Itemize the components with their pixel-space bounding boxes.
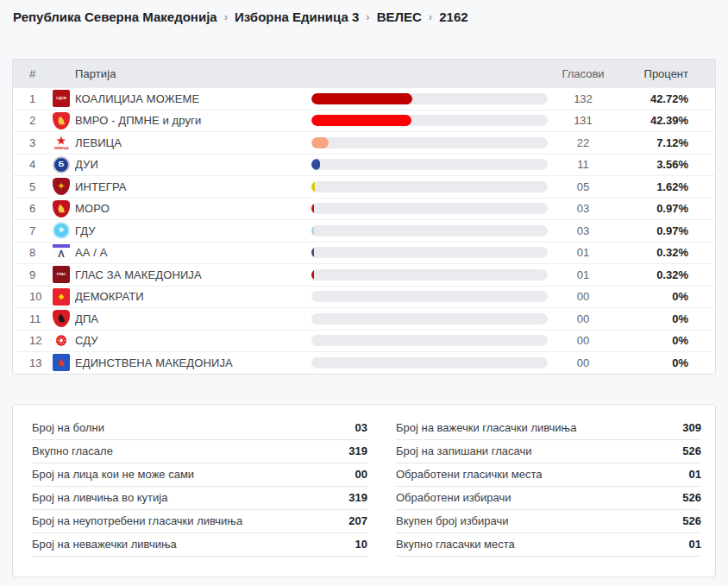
- party-name: ВМРО - ДПМНЕ и други: [75, 114, 311, 127]
- stat-value: 10: [355, 538, 367, 551]
- stat-row: Вкупно гласачки места 01: [396, 533, 701, 557]
- party-rank: 12: [13, 334, 53, 347]
- party-name: ДЕМОКРАТИ: [75, 290, 311, 303]
- party-logo-icon: СДСМ: [53, 90, 70, 107]
- party-name: ИНТЕГРА: [75, 180, 311, 193]
- vote-share-bar-fill: [311, 247, 314, 258]
- party-votes: 00: [548, 356, 618, 369]
- party-percent: 42.72%: [618, 92, 715, 105]
- party-rank: 5: [13, 180, 53, 193]
- party-rank: 11: [13, 312, 53, 325]
- ballot-statistics-card: Број на болни 03 Вкупно гласале 319 Број…: [12, 404, 716, 577]
- logo-glyph: ◆: [59, 293, 64, 300]
- party-logo-icon: ❂: [53, 332, 70, 350]
- stat-value: 309: [682, 421, 701, 434]
- stat-label: Обработени гласички места: [396, 468, 543, 481]
- party-result-row: 12 ❂ СДУ 00 0%: [13, 330, 715, 352]
- stat-row: Број на важечки гласачки ливчиња 309: [396, 417, 701, 440]
- table-header-row: # Партија Гласови Процент: [13, 60, 715, 87]
- party-percent: 0%: [618, 356, 715, 369]
- stat-row: Обработени избирачи 526: [396, 487, 701, 510]
- stat-label: Обработени избирачи: [396, 491, 511, 504]
- party-result-row: 5 ✦ ИНТЕГРА 05 1.62%: [13, 175, 715, 198]
- party-rank: 4: [13, 158, 53, 171]
- vote-share-bar-fill: [311, 137, 329, 148]
- stat-row: Број на болни 03: [32, 417, 367, 440]
- vote-share-bar-track: [311, 269, 548, 280]
- party-rank: 2: [13, 114, 53, 127]
- breadcrumb: Република Северна Македонија›Изборна Еди…: [13, 9, 468, 24]
- vote-share-bar-track: [311, 357, 548, 369]
- party-logo-icon: Б: [53, 156, 70, 173]
- party-rank: 10: [13, 290, 53, 303]
- party-logo-icon: Λ: [53, 244, 70, 261]
- party-percent: 3.56%: [618, 158, 715, 171]
- logo-glyph: ♞: [57, 116, 66, 126]
- vote-share-bar-track: [311, 335, 548, 346]
- stat-value: 319: [348, 491, 367, 504]
- party-votes: 00: [548, 290, 618, 303]
- stat-label: Број на неупотребени гласачки ливчиња: [32, 514, 242, 527]
- logo-glyph: Λ: [58, 249, 64, 259]
- stat-label: Број на лица кои не може сами: [32, 468, 194, 481]
- party-logo-icon: ★ЛЕВИЦА: [53, 134, 70, 151]
- stat-row: Број на запишани гласачи 526: [396, 440, 701, 463]
- breadcrumb-link-0[interactable]: Република Северна Македонија: [13, 9, 217, 24]
- stat-row: Број на неупотребени гласачки ливчиња 20…: [32, 510, 367, 533]
- header-rank: #: [13, 67, 53, 80]
- party-rank: 13: [13, 356, 53, 369]
- stat-label: Вкупно гласале: [32, 444, 113, 457]
- logo-glyph: ✳: [59, 227, 65, 234]
- party-logo-icon: ✦: [53, 178, 70, 195]
- breadcrumb-link-1[interactable]: Изборна Единица 3: [235, 9, 359, 24]
- party-rank: 8: [13, 246, 53, 259]
- party-name: ДПА: [75, 312, 311, 325]
- stat-row: Обработени гласички места 01: [396, 463, 701, 487]
- stat-value: 01: [689, 468, 701, 481]
- stat-value: 01: [689, 538, 701, 551]
- logo-glyph: ✦: [58, 182, 65, 191]
- party-votes: 00: [548, 312, 618, 325]
- party-result-row: 13 ♞ ЕДИНСТВЕНА МАКЕДОНИЈА 00 0%: [13, 351, 715, 374]
- vote-share-bar-fill: [311, 93, 412, 104]
- party-percent: 0.97%: [618, 224, 715, 237]
- party-percent: 0%: [618, 334, 715, 347]
- stat-value: 00: [355, 468, 367, 481]
- stat-label: Број на неважечки ливчиња: [32, 538, 177, 551]
- vote-share-bar-track: [311, 225, 548, 236]
- stat-label: Број на ливчиња во кутија: [32, 491, 167, 504]
- party-rank: 1: [13, 92, 53, 105]
- party-logo-icon: ♞: [53, 310, 70, 327]
- breadcrumb-separator-icon: ›: [224, 10, 228, 23]
- vote-share-bar-track: [311, 247, 548, 258]
- logo-glyph: ♞: [57, 313, 66, 324]
- party-result-row: 3 ★ЛЕВИЦА ЛЕВИЦА 22 7.12%: [13, 131, 715, 154]
- breadcrumb-current: 2162: [439, 9, 468, 24]
- party-percent: 0.97%: [618, 202, 715, 215]
- stat-label: Број на болни: [32, 421, 104, 434]
- party-logo-icon: ✳: [53, 222, 70, 239]
- party-result-row: 2 ♞ ВМРО - ДПМНЕ и други 131 42.39%: [13, 110, 715, 132]
- party-rank: 9: [13, 268, 53, 281]
- party-rank: 7: [13, 224, 53, 237]
- party-percent: 0.32%: [618, 268, 715, 281]
- vote-share-bar-fill: [311, 159, 320, 170]
- vote-share-bar-fill: [311, 203, 314, 214]
- breadcrumb-link-2[interactable]: ВЕЛЕС: [377, 9, 422, 24]
- header-percent: Процент: [618, 67, 715, 80]
- vote-share-bar-track: [311, 137, 548, 148]
- stat-value: 03: [355, 421, 367, 434]
- party-votes: 03: [548, 224, 618, 237]
- vote-share-bar-track: [311, 203, 548, 214]
- party-name: ГДУ: [75, 224, 311, 237]
- stat-row: Вкупно гласале 319: [32, 440, 367, 463]
- party-result-row: 11 ♞ ДПА 00 0%: [13, 307, 715, 330]
- breadcrumb-separator-icon: ›: [366, 10, 369, 23]
- stat-row: Број на ливчиња во кутија 319: [32, 487, 367, 510]
- vote-share-bar-track: [311, 291, 548, 302]
- stat-label: Вкупен број избирачи: [396, 514, 508, 527]
- party-result-row: 6 ♞ МОРО 03 0.97%: [13, 198, 715, 220]
- party-votes: 11: [548, 158, 618, 171]
- party-name: ДУИ: [75, 158, 311, 171]
- header-votes: Гласови: [548, 67, 618, 80]
